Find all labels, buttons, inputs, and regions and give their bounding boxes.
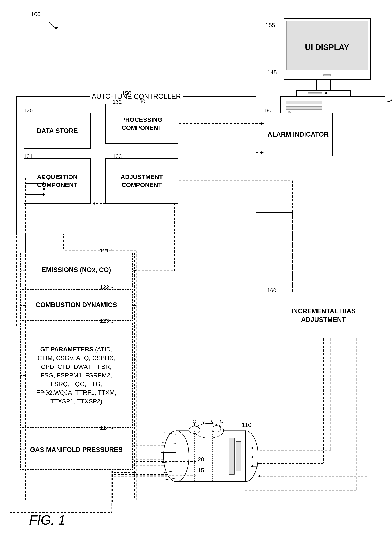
gt-params-box: GT PARAMETERS (ATID, CTIM, CSGV, AFQ, CS…	[20, 323, 133, 428]
emissions-box: EMISSIONS (NOx, CO)	[20, 253, 133, 287]
ref-120: 120	[194, 456, 204, 463]
ui-display-label: UI DISPLAY	[284, 43, 371, 52]
data-store-box: DATA STORE	[24, 113, 91, 149]
svg-point-72	[193, 420, 196, 423]
svg-marker-25	[134, 304, 136, 307]
svg-point-73	[202, 420, 205, 423]
gas-manifold-label: GAS MANIFOLD PRESSURES	[30, 446, 123, 454]
emissions-label: EMISSIONS (NOx, CO)	[42, 266, 111, 274]
adjustment-component-box: ADJUSTMENT COMPONENT	[105, 158, 178, 204]
ref-121: 121	[100, 248, 109, 254]
figure-label: FIG. 1	[29, 513, 65, 527]
svg-line-0	[49, 22, 56, 29]
alarm-indicator-box: ALARM INDICATOR	[263, 113, 333, 156]
ref-145: 145	[267, 69, 277, 76]
turbine-container: 110 120 115	[158, 420, 260, 511]
ref-123: 123	[100, 318, 109, 324]
combustion-box: COMBUSTION DYNAMICS	[20, 289, 133, 321]
ref-133: 133	[113, 153, 122, 159]
svg-point-64	[164, 431, 189, 482]
ref-180: 180	[263, 107, 273, 114]
gas-manifold-box: GAS MANIFOLD PRESSURES	[20, 430, 133, 470]
ref-100: 100	[31, 11, 41, 18]
svg-rect-85	[236, 442, 241, 471]
svg-rect-84	[229, 438, 234, 474]
acquisition-component-box: ACQUISITION COMPONENT	[24, 158, 91, 204]
ref-115: 115	[194, 467, 204, 474]
svg-marker-27	[134, 359, 136, 361]
svg-marker-1	[54, 27, 59, 29]
combustion-label: COMBUSTION DYNAMICS	[36, 301, 117, 309]
ref-110: 110	[242, 422, 251, 428]
svg-marker-23	[134, 270, 136, 272]
turbine-svg	[158, 420, 260, 511]
svg-marker-31	[261, 152, 263, 154]
svg-marker-29	[134, 471, 136, 474]
ref-131: 131	[24, 153, 33, 159]
ref-160: 160	[267, 287, 276, 293]
ref-155: 155	[265, 22, 275, 28]
svg-point-74	[211, 420, 214, 423]
svg-marker-95	[261, 122, 263, 125]
incremental-bias-box: INCREMENTAL BIAS ADJUSTMENT	[280, 293, 367, 338]
ref-124: 124	[100, 425, 109, 431]
ref-140: 140	[387, 96, 392, 103]
svg-point-66	[189, 426, 200, 434]
ref-122: 122	[100, 284, 109, 290]
ref-132: 132	[113, 99, 122, 105]
ref-135: 135	[24, 107, 33, 114]
ref-130: 130	[136, 98, 145, 104]
svg-point-75	[220, 420, 223, 423]
svg-point-67	[212, 426, 221, 432]
ref-150: 150	[122, 90, 131, 97]
diagram-container: 100 AUTO-TUNE CONTROLLER 150 DATA STORE …	[0, 0, 392, 542]
processing-component-box: PROCESSING COMPONENT	[105, 104, 178, 144]
